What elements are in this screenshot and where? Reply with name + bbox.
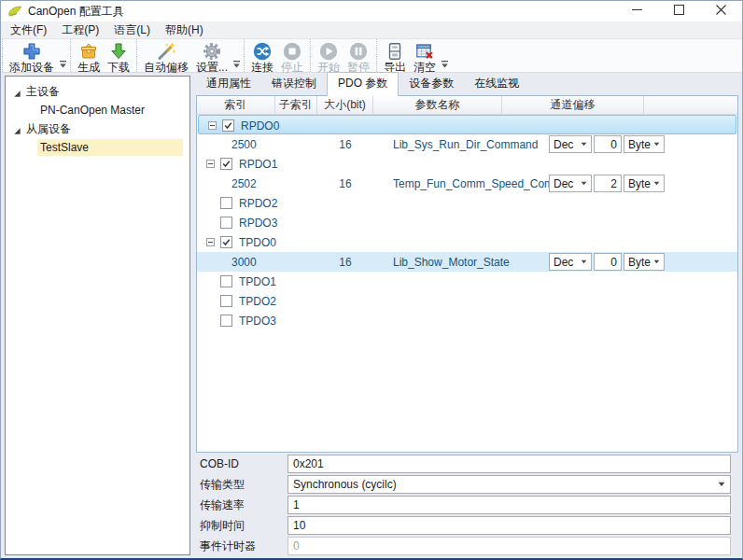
unit-select[interactable]: Byte: [624, 135, 665, 153]
pdo-checkbox[interactable]: [220, 295, 232, 307]
pause-icon: [348, 41, 369, 62]
close-button[interactable]: [700, 1, 742, 21]
column-header-0: 索引: [197, 96, 275, 114]
tab-error-control[interactable]: 错误控制: [261, 73, 327, 95]
event-timer-label: 事件计时器: [196, 539, 287, 554]
pdo-offset-controls: Dec2Byte: [549, 175, 665, 192]
format-select[interactable]: Dec: [549, 135, 592, 153]
transmission-rate-input[interactable]: 1: [287, 496, 731, 514]
tab-device-params[interactable]: 设备参数: [399, 73, 464, 95]
stop-button: 停止: [277, 40, 307, 73]
clear-button[interactable]: 清空: [410, 40, 440, 73]
transmission-rate-value: 1: [293, 498, 300, 511]
format-select[interactable]: Dec: [549, 253, 592, 271]
toolbar-group: 生成下载: [70, 39, 136, 72]
pdo-group-row[interactable]: RPDO0: [198, 115, 736, 134]
pdo-group-row[interactable]: TPDO3: [197, 311, 737, 330]
tab-pdo-params[interactable]: PDO 参数: [327, 72, 399, 96]
pdo-group-row[interactable]: RPDO2: [197, 193, 737, 213]
menu-item-file[interactable]: 文件(F): [3, 21, 54, 40]
pdo-checkbox[interactable]: [222, 119, 234, 132]
column-header-2: 大小(bit): [317, 96, 373, 114]
tree-item-slave-group[interactable]: 从属设备: [6, 119, 189, 138]
pdo-data-row[interactable]: 250216Temp_Fun_Comm_Speed_CommDec2Byte: [197, 174, 737, 193]
tree-expander-icon[interactable]: [13, 88, 21, 96]
pdo-checkbox[interactable]: [220, 158, 232, 170]
tree-group-label: 主设备: [26, 84, 60, 100]
pdo-group-row[interactable]: RPDO1: [197, 154, 737, 174]
collapse-icon[interactable]: [206, 238, 215, 246]
chevron-down-icon: [581, 142, 587, 147]
pdo-data-row[interactable]: 250016Lib_Sys_Run_Dir_CommandDec0Byte: [197, 134, 737, 154]
offset-input[interactable]: 0: [594, 253, 622, 271]
pdo-group-label: TPDO3: [239, 315, 276, 328]
tab-online-monitor[interactable]: 在线监视: [464, 73, 529, 95]
cob-id-input[interactable]: 0x201: [287, 455, 731, 473]
cob-id-value: 0x201: [293, 457, 324, 470]
unit-select[interactable]: Byte: [624, 175, 665, 192]
toolbar-overflow-icon[interactable]: [441, 61, 449, 68]
pdo-group-row[interactable]: TPDO0: [197, 232, 737, 252]
window-title: CanOpen 配置工具: [28, 4, 124, 20]
stop-icon: [282, 41, 302, 62]
menu-item-project[interactable]: 工程(P): [54, 21, 106, 40]
auto-offset-label: 自动偏移: [144, 62, 189, 73]
pdo-checkbox[interactable]: [220, 236, 232, 248]
generate-button[interactable]: 生成: [74, 40, 104, 73]
connect-button[interactable]: 连接: [247, 40, 277, 73]
tab-general[interactable]: 通用属性: [196, 73, 261, 95]
app-icon: [7, 4, 22, 19]
pdo-group-label: TPDO1: [239, 275, 276, 288]
pdo-group-label: RPDO3: [239, 217, 277, 230]
menu-item-language[interactable]: 语言(L): [106, 21, 158, 40]
unit-select-value: Byte: [628, 256, 651, 269]
transmission-type-select[interactable]: Synchronous (cycilc): [287, 475, 731, 494]
toolbar-overflow-icon[interactable]: [232, 61, 241, 68]
pdo-group-label: TPDO2: [239, 295, 276, 308]
format-select[interactable]: Dec: [549, 175, 592, 192]
download-icon: [108, 41, 129, 62]
pdo-data-row[interactable]: 300016Lib_Show_Motor_StateDec0Byte: [197, 252, 737, 272]
pdo-offset-controls: Dec0Byte: [549, 253, 665, 271]
offset-input[interactable]: 0: [594, 135, 622, 153]
tree-expander-icon[interactable]: [13, 125, 21, 133]
minimize-button[interactable]: [616, 1, 658, 21]
maximize-icon: [674, 5, 684, 18]
pdo-table-body: RPDO0250016Lib_Sys_Run_Dir_CommandDec0By…: [197, 115, 737, 330]
download-button[interactable]: 下载: [104, 40, 133, 73]
tree-item-pn-canopen-master[interactable]: PN-CanOpen Master: [6, 101, 189, 119]
maximize-button[interactable]: [658, 1, 700, 21]
tree-item-testslave[interactable]: TestSlave: [6, 138, 189, 157]
inhibit-time-input[interactable]: 10: [287, 516, 731, 535]
pdo-group-row[interactable]: TPDO1: [197, 272, 737, 291]
generate-label: 生成: [77, 62, 100, 73]
settings-label: 设置...: [196, 62, 228, 73]
toolbar-overflow-icon[interactable]: [59, 61, 67, 68]
pdo-group-row[interactable]: TPDO2: [197, 291, 737, 311]
unit-select-value: Byte: [628, 138, 651, 151]
menu-item-help[interactable]: 帮助(H): [158, 21, 211, 40]
export-button[interactable]: 导出: [380, 40, 410, 73]
add-device-button[interactable]: 添加设备: [6, 40, 58, 73]
collapse-icon[interactable]: [206, 160, 215, 168]
offset-input[interactable]: 2: [594, 175, 622, 192]
chevron-down-icon: [653, 181, 660, 186]
tree-item-master-group[interactable]: 主设备: [6, 82, 189, 101]
pdo-parameter-name: Lib_Show_Motor_State: [393, 256, 510, 269]
pdo-checkbox[interactable]: [220, 275, 232, 287]
pdo-checkbox[interactable]: [220, 315, 232, 327]
settings-button[interactable]: 设置...: [192, 40, 231, 73]
form-row-transmission-type: 传输类型Synchronous (cycilc): [196, 475, 737, 494]
toolbar-group: 开始暂停: [310, 39, 376, 72]
event-timer-input: 0: [287, 537, 731, 555]
collapse-icon[interactable]: [208, 121, 217, 130]
pdo-group-row[interactable]: RPDO3: [197, 213, 737, 232]
format-select-value: Dec: [554, 256, 573, 269]
unit-select[interactable]: Byte: [624, 253, 665, 271]
pdo-checkbox[interactable]: [220, 217, 232, 229]
pdo-checkbox[interactable]: [220, 197, 232, 209]
chevron-down-icon: [653, 142, 660, 147]
main-panel: 通用属性错误控制PDO 参数设备参数在线监视 索引子索引大小(bit)参数名称通…: [196, 76, 738, 555]
export-icon: [385, 41, 405, 62]
auto-offset-button[interactable]: 自动偏移: [140, 40, 192, 73]
